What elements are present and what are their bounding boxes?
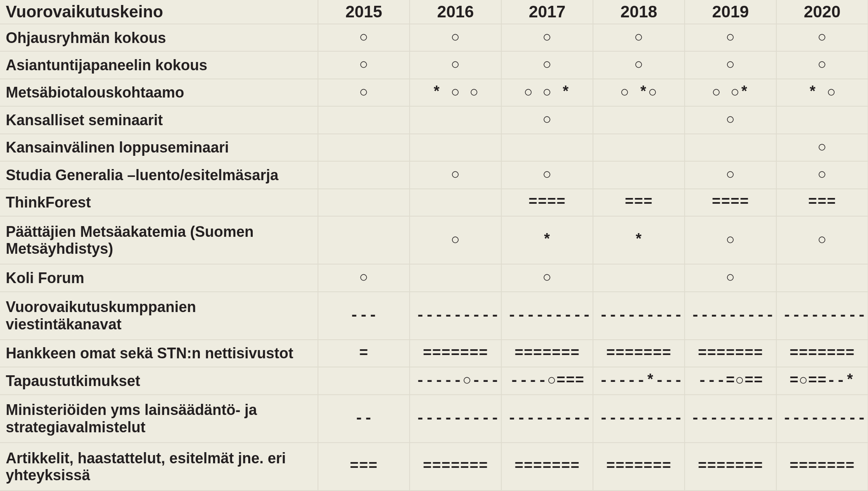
row-label: Vuorovaikutuskumppanien viestintäkanavat: [0, 292, 318, 340]
row-cell: -----○----: [410, 367, 501, 394]
row-cell: ====: [685, 189, 776, 216]
header-label: Vuorovaikutuskeino: [0, 0, 318, 24]
row-cell: =======: [410, 443, 501, 491]
table-row: Ohjausryhmän kokous○○○○○○: [0, 24, 868, 51]
row-cell: [593, 134, 685, 161]
row-cell: ---: [318, 292, 410, 340]
table-row: Koli Forum○○○: [0, 264, 868, 291]
row-cell: ○: [410, 24, 501, 51]
document-page: Vuorovaikutuskeino 2015 2016 2017 2018 2…: [0, 0, 868, 491]
row-cell: [318, 216, 410, 264]
row-cell: ○ ○ *: [501, 79, 593, 106]
row-label: Tapaustutkimukset: [0, 367, 318, 394]
row-cell: =: [318, 340, 410, 367]
row-cell: -----------: [776, 292, 868, 340]
row-cell: =======: [685, 443, 776, 491]
row-cell: ○: [685, 106, 776, 133]
row-label: Päättäjien Metsäakatemia (Suomen Metsäyh…: [0, 216, 318, 264]
row-label: Koli Forum: [0, 264, 318, 291]
row-cell: =======: [776, 340, 868, 367]
row-cell: [410, 264, 501, 291]
row-cell: [685, 134, 776, 161]
row-label: Ohjausryhmän kokous: [0, 24, 318, 51]
row-cell: ○: [318, 51, 410, 79]
row-cell: ○: [776, 51, 868, 79]
row-cell: [410, 106, 501, 133]
row-label: Metsäbiotalouskohtaamo: [0, 79, 318, 106]
row-cell: ○: [685, 161, 776, 188]
header-year-2020: 2020: [776, 0, 868, 24]
row-cell: ○: [410, 51, 501, 79]
table-row: Hankkeen omat sekä STN:n nettisivustot==…: [0, 340, 868, 367]
row-cell: [410, 189, 501, 216]
row-cell: ○: [593, 51, 685, 79]
row-cell: -----------: [685, 292, 776, 340]
row-cell: -----------: [501, 292, 593, 340]
row-cell: ○: [501, 161, 593, 188]
row-cell: =○==--*: [776, 367, 868, 394]
row-cell: ○: [776, 134, 868, 161]
row-cell: ○: [685, 51, 776, 79]
table-row: ThinkForest==============: [0, 189, 868, 216]
row-cell: ○: [685, 24, 776, 51]
row-cell: [776, 264, 868, 291]
row-cell: =======: [410, 340, 501, 367]
table-row: Vuorovaikutuskumppanien viestintäkanavat…: [0, 292, 868, 340]
row-cell: *: [593, 216, 685, 264]
row-cell: =======: [501, 340, 593, 367]
row-cell: [318, 106, 410, 133]
row-cell: ○: [501, 106, 593, 133]
row-label: Hankkeen omat sekä STN:n nettisivustot: [0, 340, 318, 367]
row-cell: [318, 161, 410, 188]
row-cell: ○: [318, 264, 410, 291]
row-cell: ○: [593, 24, 685, 51]
row-cell: ○ *○: [593, 79, 685, 106]
row-cell: [410, 134, 501, 161]
header-year-2017: 2017: [501, 0, 593, 24]
table-row: Kansalliset seminaarit○○: [0, 106, 868, 133]
row-cell: [593, 264, 685, 291]
row-cell: ○: [685, 216, 776, 264]
row-cell: =======: [501, 443, 593, 491]
table-row: Päättäjien Metsäakatemia (Suomen Metsäyh…: [0, 216, 868, 264]
row-cell: -----------: [593, 292, 685, 340]
row-cell: =======: [776, 443, 868, 491]
row-cell: --: [318, 395, 410, 443]
row-cell: [318, 367, 410, 394]
row-label: Ministeriöiden yms lainsäädäntö- ja stra…: [0, 395, 318, 443]
table-row: Tapaustutkimukset-----○--------○===-----…: [0, 367, 868, 394]
table-row: Studia Generalia –luento/esitelmäsarja○○…: [0, 161, 868, 188]
row-cell: *: [501, 216, 593, 264]
row-cell: ====: [501, 189, 593, 216]
row-cell: -----------: [501, 395, 593, 443]
row-label: Asiantuntijapaneelin kokous: [0, 51, 318, 79]
row-label: ThinkForest: [0, 189, 318, 216]
row-label: Kansalliset seminaarit: [0, 106, 318, 133]
header-year-2015: 2015: [318, 0, 410, 24]
row-cell: ○: [410, 216, 501, 264]
row-cell: -----------: [776, 395, 868, 443]
row-cell: * ○: [776, 79, 868, 106]
row-cell: ----○===: [501, 367, 593, 394]
table-row: Ministeriöiden yms lainsäädäntö- ja stra…: [0, 395, 868, 443]
row-cell: -----------: [685, 395, 776, 443]
row-cell: ○: [318, 79, 410, 106]
row-cell: ===: [593, 189, 685, 216]
row-cell: =======: [685, 340, 776, 367]
row-label: Studia Generalia –luento/esitelmäsarja: [0, 161, 318, 188]
row-cell: [776, 106, 868, 133]
row-cell: ○: [318, 24, 410, 51]
interaction-timeline-table: Vuorovaikutuskeino 2015 2016 2017 2018 2…: [0, 0, 868, 491]
row-cell: [318, 134, 410, 161]
row-cell: -----*----: [593, 367, 685, 394]
row-cell: ○: [501, 264, 593, 291]
row-cell: ○: [501, 51, 593, 79]
row-cell: ○: [776, 161, 868, 188]
row-cell: [593, 106, 685, 133]
table-row: Artikkelit, haastattelut, esitelmät jne.…: [0, 443, 868, 491]
row-cell: -----------: [410, 292, 501, 340]
table-row: Asiantuntijapaneelin kokous○○○○○○: [0, 51, 868, 79]
row-cell: ○: [776, 216, 868, 264]
row-cell: ===: [318, 443, 410, 491]
row-label: Artikkelit, haastattelut, esitelmät jne.…: [0, 443, 318, 491]
